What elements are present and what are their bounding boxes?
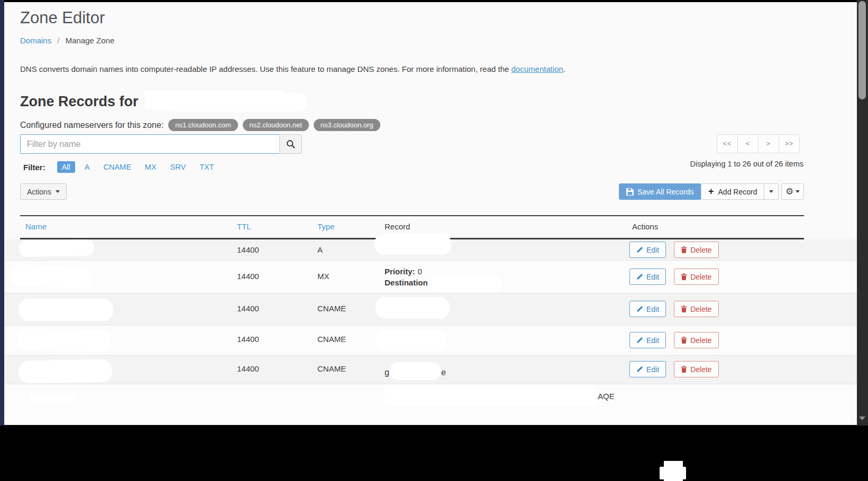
pagination-status: Displaying 1 to 26 out of 26 items [690,160,803,168]
breadcrumb-domains-link[interactable]: Domains [20,36,51,45]
filter-chip-cname[interactable]: CNAME [103,163,131,171]
column-header-name[interactable]: Name [25,222,47,231]
nameserver-badge: ns2.cloudoon.net [243,119,309,131]
row-actions: Edit Delete [629,301,719,317]
row-actions: Edit Delete [629,332,719,348]
delete-button[interactable]: Delete [674,301,718,317]
redaction-blob [431,275,501,293]
zone-editor-page: Zone Editor Domains / Manage Zone DNS co… [4,2,857,425]
edit-label: Edit [646,336,659,345]
settings-gear-button[interactable]: ⚙ [781,183,804,200]
documentation-link[interactable]: documentation [511,64,563,73]
page-title: Zone Editor [20,8,105,27]
trash-icon [681,306,687,312]
nameservers-line: Configured nameservers for this zone: ns… [20,119,380,131]
breadcrumb-current: Manage Zone [66,36,115,45]
save-all-records-button[interactable]: Save All Records [619,183,701,200]
redaction-blob [168,93,307,112]
record-text-suffix: e [441,368,446,377]
add-record-button[interactable]: + Add Record [701,183,764,200]
delete-button[interactable]: Delete [674,242,718,258]
scrollbar-down-arrow[interactable] [859,417,865,420]
ttl-cell: 14400 [237,335,259,344]
filter-chip-a[interactable]: A [85,163,90,171]
type-cell: A [317,245,323,254]
search-button[interactable] [279,134,302,154]
window-left-edge [0,0,4,426]
nameserver-badge: ns3.cloudoon.org [314,119,380,131]
actions-dropdown-button[interactable]: Actions [20,183,67,200]
zone-records-heading-text: Zone Records for [20,94,139,109]
redaction-blob [374,234,451,255]
filter-chip-mx[interactable]: MX [145,163,157,171]
search-icon [286,140,296,149]
priority-label: Priority: [385,267,415,276]
pagination-last-button[interactable]: >> [779,134,800,153]
type-cell: CNAME [317,304,346,313]
record-text-prefix: g [385,368,389,377]
redaction-blob [376,297,450,319]
filter-by-name-input[interactable] [20,134,279,154]
ttl-cell: 14400 [237,272,259,281]
redaction-blob [11,264,92,288]
redaction-blob [19,239,95,257]
pagination: << < > >> [717,134,800,153]
delete-button[interactable]: Delete [674,269,718,285]
redaction-blob [385,384,597,406]
delete-button[interactable]: Delete [674,361,718,377]
delete-button[interactable]: Delete [674,332,718,348]
ttl-cell: 14400 [237,364,259,373]
scrollbar-track[interactable] [857,0,868,426]
table-row: 14400 MX Priority:0 Destination Edit Del… [4,260,857,293]
nameserver-badge: ns1.cloudoon.com [168,119,238,131]
edit-button[interactable]: Edit [629,269,666,285]
row-actions: Edit Delete [629,269,719,285]
type-cell: MX [317,272,330,281]
record-visible-tail: AQE [598,392,615,401]
column-header-actions: Actions [632,222,658,231]
scrollbar-thumb[interactable] [858,1,866,99]
column-header-ttl[interactable]: TTL [237,222,251,231]
intro-text: DNS converts domain names into computer-… [20,64,565,73]
priority-value: 0 [418,267,422,276]
add-record-group: + Add Record [701,183,779,200]
add-record-dropdown-button[interactable] [764,183,779,200]
delete-label: Delete [690,365,711,374]
redaction-blob [390,362,441,380]
plus-icon: + [708,186,714,197]
chevron-down-icon [769,190,773,193]
nameservers-label: Configured nameservers for this zone: [20,121,163,130]
edit-button[interactable]: Edit [629,332,666,348]
delete-label: Delete [690,336,711,345]
pagination-next-button[interactable]: > [758,134,779,153]
pencil-icon [636,246,643,253]
type-filter-row: Filter: All A CNAME MX SRV TXT [23,161,228,173]
trash-icon [681,246,687,253]
trash-icon [681,273,687,280]
edit-button[interactable]: Edit [629,301,666,317]
trash-icon [681,366,687,373]
redaction-blob [17,328,112,352]
actions-label: Actions [27,188,51,196]
breadcrumb-separator: / [57,36,59,45]
filter-chip-all[interactable]: All [57,161,75,173]
filter-chip-txt[interactable]: TXT [199,163,214,171]
delete-label: Delete [690,305,711,313]
breadcrumb: Domains / Manage Zone [20,36,114,45]
edit-label: Edit [646,246,659,254]
pagination-prev-button[interactable]: < [737,134,759,153]
edit-label: Edit [646,273,659,281]
add-record-label: Add Record [718,188,757,196]
column-header-type[interactable]: Type [317,222,335,231]
edit-button[interactable]: Edit [629,361,666,377]
pagination-first-button[interactable]: << [717,134,738,153]
ttl-cell: 14400 [237,245,259,254]
filter-search [20,134,302,154]
type-cell: CNAME [317,364,346,373]
pencil-icon [636,306,643,312]
filter-chip-srv[interactable]: SRV [170,163,186,171]
redaction-blob [19,359,113,383]
type-cell: CNAME [317,335,346,344]
edit-button[interactable]: Edit [629,242,666,258]
redaction-blob [376,330,447,351]
